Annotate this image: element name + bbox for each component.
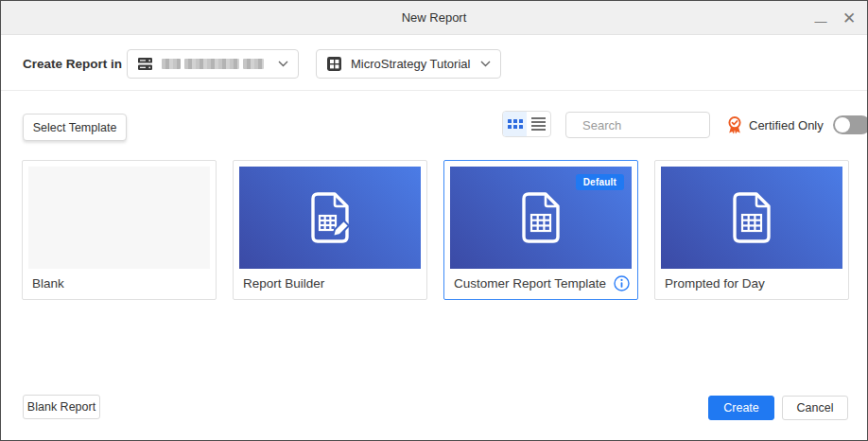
chevron-down-icon: [278, 61, 288, 67]
template-label: Customer Report Template: [454, 276, 614, 291]
cancel-button[interactable]: Cancel: [782, 396, 848, 420]
project-dropdown[interactable]: MicroStrategy Tutorial: [316, 49, 501, 79]
certified-only-toggle[interactable]: [833, 115, 868, 134]
select-template-button[interactable]: Select Template: [23, 114, 127, 141]
document-table-icon: [729, 192, 774, 243]
project-icon: [326, 56, 342, 72]
list-view-button[interactable]: [527, 112, 550, 136]
close-icon: ✕: [842, 9, 856, 28]
search-box: [565, 112, 710, 138]
server-name-redacted: [162, 59, 278, 69]
minimize-icon: —: [815, 14, 827, 28]
toggle-knob: [835, 117, 850, 132]
certified-only-control: Certified Only: [727, 115, 868, 134]
template-card-report-builder[interactable]: Report Builder: [233, 160, 427, 300]
view-mode-toggle: [502, 111, 551, 137]
header-divider: [1, 90, 867, 91]
default-badge: Default: [576, 174, 624, 190]
dialog-title: New Report: [1, 1, 867, 35]
report-builder-thumbnail: [239, 167, 421, 269]
server-dropdown[interactable]: [127, 49, 299, 79]
new-report-dialog: New Report — ✕ Create Report in MicroStr…: [0, 0, 868, 441]
server-icon: [137, 56, 153, 72]
template-card-blank[interactable]: Blank: [22, 160, 217, 300]
template-label: Report Builder: [243, 276, 419, 291]
grid-view-button[interactable]: [503, 112, 527, 136]
certified-only-label: Certified Only: [749, 118, 824, 132]
list-view-icon: [531, 117, 546, 131]
search-input[interactable]: [582, 118, 749, 132]
template-label: Blank: [32, 276, 208, 291]
minimize-button[interactable]: —: [807, 1, 835, 35]
titlebar: New Report — ✕: [1, 1, 867, 35]
create-report-in-label: Create Report in: [23, 57, 122, 71]
grid-view-icon: [508, 119, 523, 129]
document-edit-icon: [307, 192, 353, 243]
certified-badge-icon: [727, 116, 742, 134]
prompted-for-day-thumbnail: [661, 167, 842, 269]
document-table-icon: [518, 192, 564, 243]
blank-report-button[interactable]: Blank Report: [23, 395, 100, 419]
template-card-customer-report-template[interactable]: Default Customer Report Template: [443, 160, 638, 300]
project-dropdown-value: MicroStrategy Tutorial: [351, 57, 480, 71]
customer-report-thumbnail: Default: [450, 167, 632, 269]
info-icon[interactable]: [614, 275, 630, 291]
close-button[interactable]: ✕: [835, 1, 863, 35]
chevron-down-icon: [480, 61, 491, 67]
template-card-prompted-for-day[interactable]: Prompted for Day: [654, 160, 849, 300]
template-label: Prompted for Day: [665, 276, 841, 291]
blank-thumbnail: [28, 167, 210, 269]
create-button[interactable]: Create: [708, 396, 774, 420]
